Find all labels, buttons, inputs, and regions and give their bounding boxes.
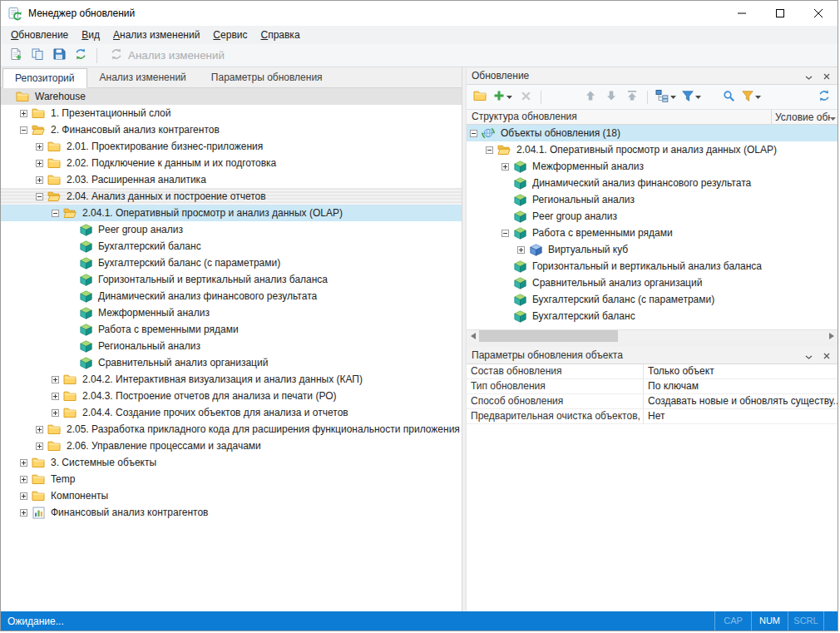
add-object-button[interactable] [492, 88, 514, 106]
tab-repository[interactable]: Репозиторий [2, 68, 87, 88]
tab-update-params[interactable]: Параметры обновления [199, 67, 335, 87]
expand-icon[interactable] [20, 509, 27, 517]
move-top-button[interactable] [623, 88, 641, 106]
tree-item[interactable]: Peer group анализ [467, 208, 838, 225]
menu-change-analysis[interactable]: Анализ изменений [106, 26, 206, 44]
tree-item[interactable]: Работа с временными рядами [467, 225, 838, 241]
delete-object-button[interactable] [516, 88, 535, 106]
change-analysis-button[interactable]: Анализ изменений [103, 46, 231, 66]
expand-icon[interactable] [20, 476, 27, 483]
tree-item[interactable]: Работа с временными рядами [1, 321, 462, 338]
tree-item[interactable]: Temp [1, 471, 462, 487]
tree-item[interactable]: Динамический анализ финансового результа… [1, 288, 462, 304]
expand-icon[interactable] [36, 143, 43, 151]
collapse-icon[interactable] [20, 126, 27, 134]
scrollbar-thumb[interactable] [479, 330, 618, 342]
move-up-button[interactable] [581, 88, 600, 106]
filter-structure-button[interactable] [680, 88, 703, 106]
tree-item[interactable]: Peer group анализ [1, 221, 462, 238]
expand-icon[interactable] [20, 110, 27, 117]
expand-icon[interactable] [20, 459, 27, 467]
tree-item[interactable]: Финансовый анализ контрагентов [1, 504, 462, 521]
tree-item[interactable]: 2.01. Проектирование бизнес-приложения [1, 138, 462, 155]
maximize-button[interactable] [761, 1, 799, 26]
close-button[interactable] [799, 1, 838, 26]
tree-item[interactable]: Виртуальный куб [467, 241, 838, 258]
tree-item[interactable]: 2.04.1. Оперативный просмотр и анализ да… [467, 141, 838, 158]
tree-item[interactable]: Горизонтальный и вертикальный анализ бал… [467, 258, 838, 274]
tree-item[interactable]: Сравнительный анализ организаций [467, 274, 838, 291]
tree-item[interactable]: Warehouse [1, 88, 462, 105]
panel-close-button[interactable] [821, 70, 833, 82]
tree-item[interactable]: 2.06. Управление процессами и задачами [1, 438, 462, 454]
property-value[interactable]: Нет [644, 409, 838, 423]
column-dropdown-icon[interactable] [830, 111, 836, 123]
expand-icon[interactable] [52, 376, 59, 383]
tab-change-analysis[interactable]: Анализ изменений [87, 67, 199, 87]
tree-item[interactable]: Компоненты [1, 487, 462, 504]
expand-icon[interactable] [20, 492, 27, 500]
tree-view-button[interactable] [654, 88, 678, 106]
new-update-button[interactable] [6, 46, 26, 66]
minimize-button[interactable] [723, 1, 761, 26]
tree-item[interactable]: 2. Финансовый анализ контрагентов [1, 121, 462, 138]
scrollbar-track[interactable] [479, 330, 825, 342]
property-value[interactable]: Только объект [644, 364, 838, 378]
move-down-button[interactable] [602, 88, 620, 106]
column-structure[interactable]: Структура обновления [467, 110, 771, 124]
tree-item[interactable]: 2.05. Разработка прикладного кода для ра… [1, 421, 462, 438]
tree-item[interactable]: 2.04.1. Оперативный просмотр и анализ да… [1, 205, 462, 221]
scroll-right-button[interactable] [825, 330, 838, 342]
copy-button[interactable] [27, 46, 47, 66]
expand-icon[interactable] [36, 443, 43, 450]
menu-update[interactable]: Обновление [4, 26, 75, 44]
expand-icon[interactable] [517, 246, 525, 254]
tree-item[interactable]: 2.04.4. Создание прочих объектов для ана… [1, 404, 462, 421]
tree-item[interactable]: Бухгалтерский баланс (с параметрами) [1, 255, 462, 271]
filter-condition-button[interactable] [740, 88, 763, 106]
column-condition[interactable]: Условие обновл [771, 110, 838, 124]
expand-icon[interactable] [52, 409, 59, 417]
refresh-button[interactable] [71, 46, 91, 66]
expand-icon[interactable] [36, 426, 43, 433]
tree-item[interactable]: 3. Системные объекты [1, 454, 462, 471]
tree-item[interactable]: 2.03. Расширенная аналитика [1, 171, 462, 188]
tree-item[interactable]: 2.04.2. Интерактивная визуализация и ана… [1, 371, 462, 388]
resize-grip[interactable] [824, 611, 838, 631]
tree-item[interactable]: Бухгалтерский баланс (с параметрами) [467, 291, 838, 308]
horizontal-scrollbar[interactable] [467, 329, 838, 342]
panel-menu-button[interactable] [803, 70, 814, 82]
collapse-icon[interactable] [52, 210, 59, 217]
add-folder-button[interactable] [471, 88, 489, 106]
property-value[interactable]: По ключам [644, 379, 838, 393]
expand-icon[interactable] [36, 160, 43, 167]
scroll-left-button[interactable] [467, 330, 479, 342]
expand-icon[interactable] [52, 393, 59, 400]
collapse-icon[interactable] [470, 130, 477, 137]
property-value[interactable]: Создавать новые и обновлять существу... [644, 394, 838, 408]
menu-view[interactable]: Вид [75, 26, 106, 44]
expand-icon[interactable] [36, 176, 43, 184]
tree-item[interactable]: Сравнительный анализ организаций [1, 354, 462, 371]
collapse-icon[interactable] [486, 146, 493, 154]
tree-item[interactable]: Региональный анализ [1, 338, 462, 354]
save-button[interactable] [49, 46, 69, 66]
tree-item[interactable]: Региональный анализ [467, 191, 838, 208]
tree-item[interactable]: 2.04. Анализ данных и построение отчетов [1, 188, 462, 205]
refresh-update-button[interactable] [815, 88, 833, 106]
panel-close-button[interactable] [821, 349, 833, 361]
tree-item[interactable]: Динамический анализ финансового результа… [467, 175, 838, 191]
tree-item[interactable]: Горизонтальный и вертикальный анализ бал… [1, 271, 462, 288]
menu-help[interactable]: Справка [254, 26, 306, 44]
tree-item[interactable]: 1. Презентационный слой [1, 105, 462, 121]
collapse-icon[interactable] [36, 193, 43, 200]
tree-item[interactable]: Межформенный анализ [1, 304, 462, 321]
tree-item[interactable]: Бухгалтерский баланс [1, 238, 462, 255]
tree-item[interactable]: 2.02. Подключение к данным и их подготов… [1, 155, 462, 171]
menu-service[interactable]: Сервис [206, 26, 254, 44]
tree-item[interactable]: 2.04.3. Построение отчетов для анализа и… [1, 388, 462, 404]
collapse-icon[interactable] [502, 230, 509, 237]
panel-menu-button[interactable] [803, 349, 814, 361]
tree-item[interactable]: Межформенный анализ [467, 158, 838, 175]
tree-item[interactable]: Бухгалтерский баланс [467, 308, 838, 324]
